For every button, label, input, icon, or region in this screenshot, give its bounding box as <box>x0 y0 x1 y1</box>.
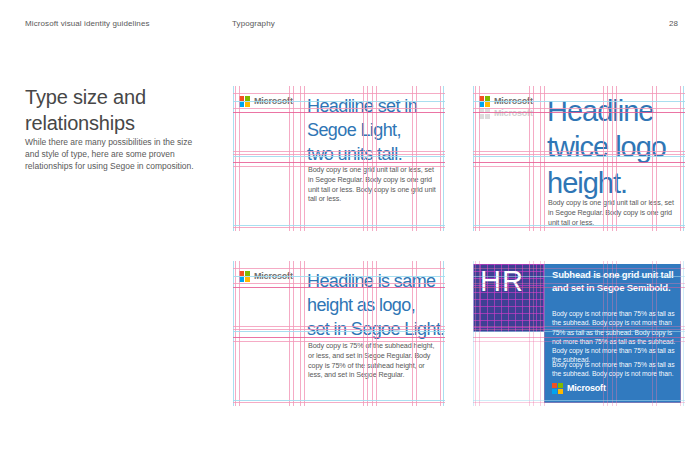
monogram-tile: HR <box>473 264 545 332</box>
document-title: Microsoft visual identity guidelines <box>25 19 150 28</box>
sample-subhead: Subhead is one grid unit tall and set in… <box>552 269 682 294</box>
monogram-text: HR <box>480 265 524 298</box>
microsoft-logo-ghost-icon <box>479 108 490 119</box>
sample-body-copy: Body copy is not more than 75% as tall a… <box>552 360 680 379</box>
sample-body-copy: Body copy is not more than 75% as tall a… <box>552 309 680 365</box>
microsoft-logo-icon <box>239 271 250 282</box>
sample-headline: Headline twice logo height. <box>547 93 700 201</box>
page-title: Type size and relationships <box>25 84 215 136</box>
microsoft-logo-icon <box>239 96 250 107</box>
example-panel-two-units: Microsoft Headline set in Segoe Light, t… <box>233 86 445 231</box>
blue-composition-card: Subhead is one grid unit tall and set in… <box>544 264 681 403</box>
sample-headline: Headline set in Segoe Light, two units t… <box>307 94 457 166</box>
microsoft-logo: Microsoft <box>552 382 606 394</box>
microsoft-wordmark: Microsoft <box>254 271 293 281</box>
sample-headline: Headline is same height as logo, set in … <box>307 269 457 341</box>
microsoft-logo: Microsoft <box>239 270 293 282</box>
sample-body-copy: Body copy is 75% of the subhead height, … <box>308 341 440 380</box>
microsoft-logo-icon <box>479 96 490 107</box>
microsoft-wordmark: Microsoft <box>567 383 606 393</box>
microsoft-logo: Microsoft <box>239 95 293 107</box>
page-number: 28 <box>669 19 678 28</box>
microsoft-logo: Microsoft <box>479 95 533 107</box>
sample-body-copy: Body copy is one grid unit tall or less,… <box>548 198 678 227</box>
sample-body-copy: Body copy is one grid unit tall or less,… <box>308 165 436 204</box>
example-panel-same-height: Microsoft Headline is same height as log… <box>233 261 445 406</box>
section-title: Typography <box>232 19 275 28</box>
microsoft-wordmark: Microsoft <box>254 96 293 106</box>
example-panel-subhead: HR Subhead is one grid unit tall and set… <box>473 261 685 406</box>
intro-text: While there are many possibilities in th… <box>25 136 197 172</box>
microsoft-wordmark: Microsoft <box>494 96 533 106</box>
microsoft-logo-ghost: Microsoft <box>479 107 533 119</box>
microsoft-logo-icon <box>552 383 563 394</box>
guidelines-page: Microsoft visual identity guidelines Typ… <box>0 0 700 452</box>
example-panel-twice-logo: Microsoft Microsoft Headline twice logo … <box>473 86 685 231</box>
microsoft-wordmark-ghost: Microsoft <box>494 108 533 118</box>
